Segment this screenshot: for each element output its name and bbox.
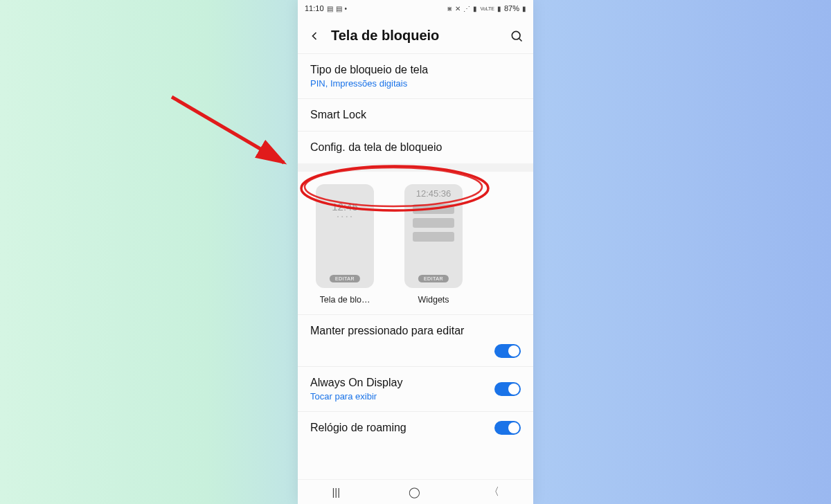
vibrate-icon: ✕ — [455, 5, 461, 12]
svg-line-1 — [519, 38, 522, 41]
volte-icon: VoLTE — [480, 6, 494, 11]
widget-block — [413, 218, 454, 228]
bluetooth-icon: ⋇ — [447, 5, 452, 12]
svg-point-0 — [512, 31, 520, 39]
status-card-icon-2: ▤ — [336, 5, 342, 12]
page-title: Tela de bloqueio — [331, 28, 500, 44]
row-lock-type[interactable]: Tipo de bloqueio de tela PIN, Impressões… — [298, 54, 533, 98]
signal-icon-2: ▮ — [497, 5, 501, 12]
nav-back-icon[interactable]: 〈 — [489, 485, 499, 498]
battery-icon: ▮ — [522, 5, 526, 12]
preview-lockscreen-label: Tela de blo… — [320, 295, 370, 305]
page-header: Tela de bloqueio — [298, 15, 533, 53]
preview-widgets-label: Widgets — [418, 295, 449, 305]
row-roaming-title: Relógio de roaming — [310, 422, 521, 434]
status-time: 11:10 — [305, 4, 324, 12]
annotation-arrow — [172, 97, 284, 163]
battery-percent: 87% — [504, 4, 519, 12]
android-navbar: ||| ◯ 〈 — [298, 479, 533, 504]
row-lockscreen-config-title: Config. da tela de bloqueio — [310, 141, 521, 154]
nav-home-icon[interactable]: ◯ — [409, 486, 420, 498]
row-hold-to-edit-title: Manter pressionado para editar — [310, 325, 521, 337]
toggle-aod[interactable] — [494, 382, 521, 396]
edit-badge[interactable]: EDITAR — [418, 275, 449, 282]
row-lock-type-sub: PIN, Impressões digitais — [310, 78, 521, 89]
preview-widgets[interactable]: 12:45:36 EDITAR Widgets — [399, 184, 468, 305]
toggle-hold-to-edit[interactable] — [494, 344, 521, 358]
preview-section: 12:45 • • • • EDITAR Tela de blo… 12:45:… — [298, 172, 533, 314]
row-lockscreen-config[interactable]: Config. da tela de bloqueio — [298, 132, 533, 163]
widget-block — [413, 204, 454, 214]
row-smart-lock[interactable]: Smart Lock — [298, 99, 533, 131]
row-always-on-display[interactable]: Always On Display Tocar para exibir — [298, 367, 533, 411]
preview-lockscreen[interactable]: 12:45 • • • • EDITAR Tela de blo… — [310, 184, 379, 305]
preview-widgets-thumb: 12:45:36 EDITAR — [404, 184, 463, 288]
nav-recent-icon[interactable]: ||| — [332, 486, 340, 498]
row-aod-sub: Tocar para exibir — [310, 391, 521, 402]
preview-clock: 12:45 — [332, 201, 358, 213]
row-smart-lock-title: Smart Lock — [310, 109, 521, 121]
edit-badge[interactable]: EDITAR — [330, 275, 360, 282]
row-roaming-clock[interactable]: Relógio de roaming — [298, 412, 533, 444]
row-aod-title: Always On Display — [310, 377, 521, 389]
status-bar: 11:10 ▤ ▤ • ⋇ ✕ ⋰ ▮ VoLTE ▮ 87% ▮ — [298, 0, 533, 15]
row-hold-to-edit[interactable]: Manter pressionado para editar — [298, 315, 533, 366]
preview-dots: • • • • — [337, 214, 353, 219]
status-card-icon: ▤ — [327, 5, 333, 12]
toggle-roaming[interactable] — [494, 421, 521, 435]
signal-icon: ▮ — [473, 5, 477, 12]
preview-lockscreen-thumb: 12:45 • • • • EDITAR — [316, 184, 374, 288]
widget-block — [413, 232, 454, 242]
back-icon[interactable] — [307, 29, 321, 43]
search-icon[interactable] — [510, 29, 524, 43]
wifi-icon: ⋰ — [463, 5, 470, 12]
preview-clock-2: 12:45:36 — [416, 188, 452, 199]
phone-frame: 11:10 ▤ ▤ • ⋇ ✕ ⋰ ▮ VoLTE ▮ 87% ▮ Tela d… — [298, 0, 533, 504]
section-gap — [298, 163, 533, 172]
status-dot-icon: • — [345, 5, 348, 12]
row-lock-type-title: Tipo de bloqueio de tela — [310, 64, 521, 76]
